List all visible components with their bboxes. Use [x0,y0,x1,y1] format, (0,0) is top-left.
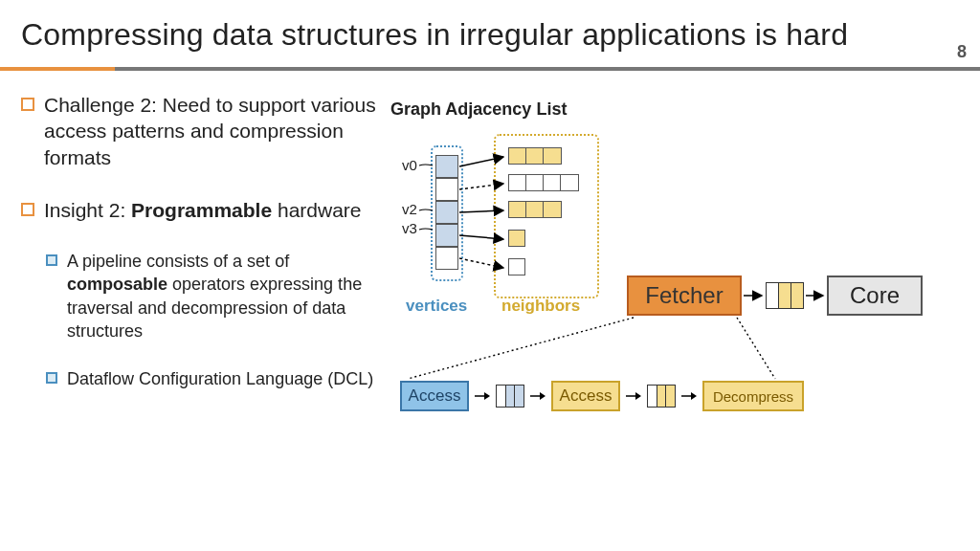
stage-decompress: Decompress [702,381,804,411]
bullet-box-icon [21,203,34,216]
svg-line-16 [408,318,634,379]
fetcher-block: Fetcher [627,276,742,316]
bullet-challenge: Challenge 2: Need to support various acc… [21,92,394,170]
arrow-icon [626,386,641,406]
arrow-icon [475,386,490,406]
subbullet-composable: A pipeline consists of a set of composab… [46,250,394,342]
text-span: Insight 2: [44,199,131,221]
vertex-cell [435,224,458,247]
buffer-icon [496,385,524,408]
stage-access: Access [551,381,620,411]
page-number: 8 [957,42,967,62]
text-span: hardware [272,199,361,221]
text-span: A pipeline consists of a set of [67,252,289,271]
pipeline-row: Access Access Decompress [400,381,804,411]
vertex-cell [435,201,458,224]
core-block: Core [827,276,923,316]
svg-marker-1 [484,392,490,400]
slide-title: Compressing data structures in irregular… [21,17,848,53]
vertex-cell [435,178,458,201]
subbullet-dcl: Dataflow Configuration Language (DCL) [46,367,394,390]
bullet-insight: Insight 2: Programmable hardware [21,197,394,223]
vertex-label: v2 [402,201,417,217]
neighbors-label: neighbors [501,297,580,316]
text-bold: composable [67,275,167,294]
buffer-icon [647,385,676,408]
subbullet-box-icon [46,372,57,384]
title-rule-accent [0,67,115,71]
bullet-text: Challenge 2: Need to support various acc… [44,92,394,170]
neighbor-row [508,201,562,218]
text-bold: Programmable [131,199,272,221]
stage-access: Access [400,381,469,411]
vertex-label: v0 [402,157,417,173]
title-rule [0,67,980,71]
neighbor-row [508,230,525,247]
svg-marker-5 [635,392,641,400]
adjacency-diagram: v0 v2 v3 [389,134,628,306]
neighbor-row [508,174,579,191]
vertex-label: v3 [402,220,417,236]
arrow-icon [681,386,697,406]
vertex-cell [435,247,458,270]
arrow-icon [530,386,546,406]
vertices-label: vertices [406,297,467,316]
bullet-text: Insight 2: Programmable hardware [44,197,362,223]
svg-marker-7 [691,392,697,400]
subbullet-text: Dataflow Configuration Language (DCL) [67,367,373,390]
buffer-icon [766,282,804,309]
subbullet-text: A pipeline consists of a set of composab… [67,250,394,342]
neighbor-row [508,147,562,165]
neighbor-row [508,258,525,276]
diagram-title: Graph Adjacency List [390,99,567,120]
vertex-cell [435,155,458,178]
bullet-box-icon [21,98,34,111]
subbullet-box-icon [46,254,57,266]
svg-marker-3 [540,392,546,400]
svg-line-17 [737,318,775,379]
